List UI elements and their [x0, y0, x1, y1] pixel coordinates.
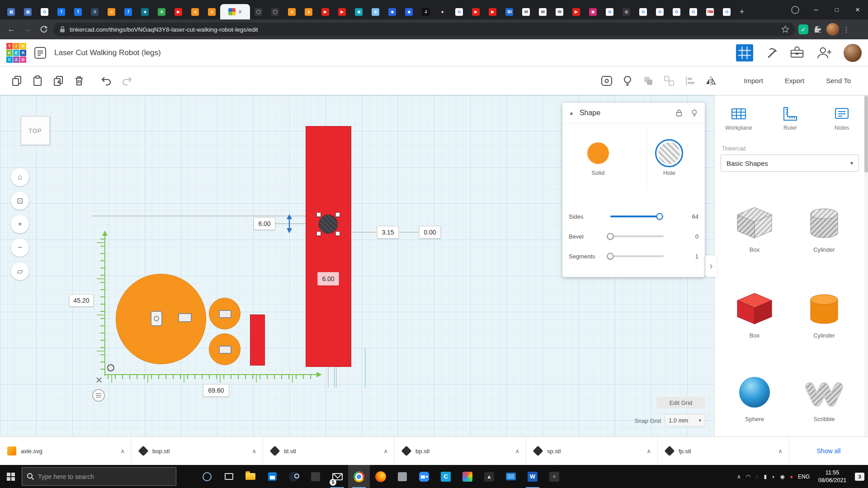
view-cube[interactable]: TOP	[21, 116, 50, 145]
download-options-chevron-icon[interactable]: ∧	[252, 448, 256, 455]
tab-close-icon[interactable]: ×	[238, 9, 242, 15]
edit-grid-button[interactable]: Edit Grid	[656, 397, 705, 408]
browser-tab[interactable]: a	[203, 4, 220, 19]
dim-height-field[interactable]: 6.00	[254, 217, 275, 230]
dim-width-field-active[interactable]: 6.00	[317, 272, 339, 286]
shape-category-dropdown[interactable]: Basic Shapes ▾	[721, 155, 859, 172]
browser-menu-icon[interactable]: ⋮	[842, 25, 851, 34]
bevel-slider-handle[interactable]	[607, 233, 614, 240]
toolbox-icon[interactable]	[789, 45, 805, 61]
browser-tab[interactable]: G	[635, 4, 651, 19]
back-button[interactable]: ←	[5, 23, 18, 36]
sides-slider[interactable]	[610, 216, 664, 217]
orange-wheel-shape[interactable]	[209, 298, 241, 329]
dim-zero-field[interactable]: 0.00	[419, 226, 441, 239]
download-options-chevron-icon[interactable]: ∧	[515, 448, 519, 455]
download-options-chevron-icon[interactable]: ∧	[646, 448, 651, 455]
download-options-chevron-icon[interactable]: ∧	[778, 448, 783, 455]
profile-circle-icon[interactable]	[791, 6, 799, 14]
browser-tab[interactable]: G	[651, 4, 668, 19]
zoom[interactable]	[413, 465, 435, 488]
paste-button[interactable]	[27, 70, 48, 91]
workplane-tool[interactable]: Workplane	[717, 106, 760, 131]
tray-record[interactable]: ●	[790, 474, 793, 480]
show-all-eye-button[interactable]	[596, 70, 617, 91]
url-text[interactable]: tinkercad.com/things/boVNGaqN3Y8-laser-c…	[70, 26, 258, 33]
new-tab-button[interactable]: +	[735, 4, 749, 19]
browser-tab[interactable]: ◯	[250, 4, 267, 19]
lock-shape-icon[interactable]	[675, 109, 683, 117]
browser-profile-avatar[interactable]	[826, 23, 839, 36]
browser-tab[interactable]: A	[153, 4, 170, 19]
hide-shape-bulb-icon[interactable]	[690, 109, 698, 117]
red-bar-shape[interactable]	[250, 314, 265, 366]
download-options-chevron-icon[interactable]: ∧	[383, 448, 388, 455]
download-item-stl[interactable]: bp.stl ∧	[395, 437, 526, 465]
design-menu-icon[interactable]	[33, 46, 47, 60]
browser-tab[interactable]: ▶	[170, 4, 187, 19]
download-options-chevron-icon[interactable]: ∧	[120, 448, 125, 455]
selection-handle[interactable]	[335, 231, 340, 236]
browser-tab[interactable]: a	[283, 4, 300, 19]
window-close-button[interactable]: ×	[847, 0, 868, 19]
ruler-tool[interactable]: Ruler	[769, 106, 812, 131]
tray-volume[interactable]: ◉	[780, 474, 784, 480]
browser-tab[interactable]: ▦	[19, 4, 36, 19]
browser-tab[interactable]: S	[86, 4, 103, 19]
browser-tab[interactable]: W	[551, 4, 568, 19]
bookmark-star-icon[interactable]	[781, 25, 789, 33]
user-avatar[interactable]	[844, 44, 862, 62]
bevel-slider[interactable]	[610, 235, 664, 237]
download-item-stl[interactable]: bop.stl ∧	[132, 437, 263, 465]
browser-tab[interactable]: J	[417, 4, 434, 19]
browser-tab[interactable]: ▶	[467, 4, 484, 19]
import-button[interactable]: Import	[733, 77, 774, 84]
ruler-h-readout[interactable]: 69.60	[203, 384, 229, 397]
firefox[interactable]	[370, 465, 392, 488]
selection-handle[interactable]	[316, 231, 321, 236]
design-title[interactable]: Laser Cut Walking Robot (legs)	[54, 48, 161, 57]
app-dark1[interactable]	[305, 465, 326, 488]
chrome[interactable]	[348, 465, 370, 488]
browser-tab[interactable]: ◈	[367, 4, 384, 19]
start-button[interactable]	[0, 465, 22, 488]
add-user-icon[interactable]	[816, 46, 833, 60]
orange-wheel-shape-2[interactable]	[209, 333, 241, 365]
tray-display[interactable]: ▮	[764, 474, 767, 480]
browser-tab[interactable]: f	[53, 4, 70, 19]
shape-cylinder-hole[interactable]: Cylinder	[802, 201, 846, 253]
browser-tab[interactable]: W	[534, 4, 551, 19]
tray-headset[interactable]: ◠	[746, 474, 750, 480]
browser-tab-active[interactable]: ×	[220, 4, 250, 19]
zoom-out-button[interactable]: −	[11, 239, 29, 257]
lightbulb-button[interactable]	[617, 70, 638, 91]
dashboard-grid-icon[interactable]	[736, 44, 753, 61]
zoom-in-button[interactable]: +	[11, 215, 29, 233]
browser-tab[interactable]: a	[300, 4, 317, 19]
collapse-panel-button[interactable]: ▲	[569, 110, 574, 116]
browser-tab[interactable]: ◍	[618, 4, 635, 19]
steam[interactable]	[283, 465, 305, 488]
browser-tab[interactable]: ◉	[350, 4, 367, 19]
dim-offset-field[interactable]: 3.15	[377, 226, 399, 239]
perspective-toggle-button[interactable]: ▱	[11, 262, 29, 280]
browser-tab[interactable]: ♠	[434, 4, 451, 19]
solid-option[interactable]: Solid	[562, 123, 634, 195]
browser-tab[interactable]: ◈	[137, 4, 153, 19]
browser-tab[interactable]: a	[187, 4, 203, 19]
browser-tab[interactable]: ▶	[484, 4, 501, 19]
tray-hidden-icons[interactable]: ∧	[737, 474, 741, 480]
tray-network[interactable]: ◗	[772, 474, 775, 480]
segments-slider[interactable]	[610, 255, 664, 257]
taskbar-search-box[interactable]	[22, 467, 176, 486]
browser-tab[interactable]: f	[120, 4, 137, 19]
tinkercad-logo[interactable]: TIN KER CAD	[6, 43, 26, 63]
refresh-button[interactable]	[37, 23, 51, 36]
sides-slider-handle[interactable]	[656, 213, 663, 220]
window-maximize-button[interactable]: □	[826, 0, 847, 19]
mail[interactable]: 5	[326, 465, 348, 488]
shape-scribble[interactable]: Scribble	[802, 371, 846, 422]
window-minimize-button[interactable]: ─	[806, 0, 826, 19]
url-omnibox[interactable]: tinkercad.com/things/boVNGaqN3Y8-laser-c…	[53, 23, 795, 36]
action-center-icon[interactable]: 3	[855, 473, 864, 481]
